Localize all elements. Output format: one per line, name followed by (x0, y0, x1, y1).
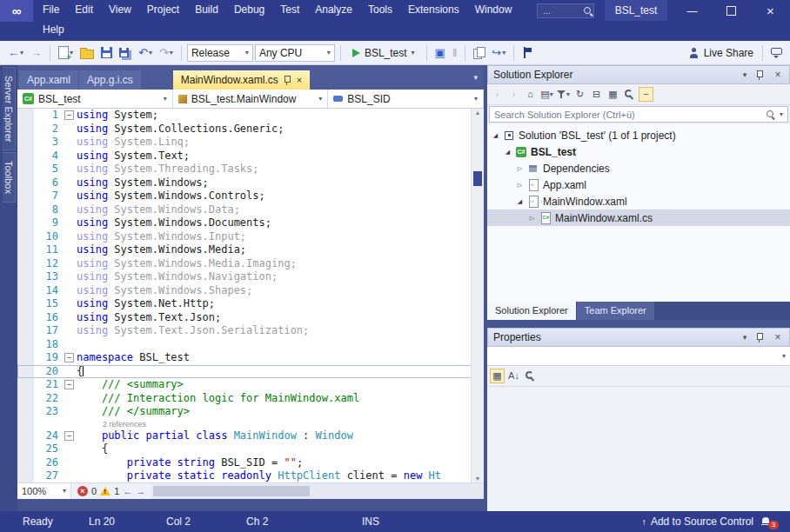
document-list-icon[interactable] (467, 73, 484, 82)
fold-margin[interactable] (63, 311, 75, 325)
expander-expanded-icon[interactable] (503, 149, 512, 156)
tab-mainwindow.xaml.cs[interactable]: MainWindow.xaml.cs (173, 70, 310, 90)
pending-changes-filter-button[interactable] (556, 87, 571, 102)
undo-button[interactable]: ↶ (136, 43, 155, 63)
fold-margin[interactable] (63, 163, 75, 176)
previous-item-icon[interactable] (123, 486, 132, 496)
breakpoint-margin[interactable] (17, 150, 33, 163)
fold-margin[interactable] (63, 136, 75, 150)
horizontal-scrollbar[interactable] (151, 483, 484, 499)
breakpoint-margin[interactable] (17, 123, 33, 136)
fold-margin[interactable] (63, 338, 75, 352)
open-file-button[interactable] (77, 43, 97, 63)
fold-collapse-icon[interactable] (64, 353, 74, 362)
tree-item[interactable]: MainWindow.xaml.cs (487, 209, 790, 226)
pin-icon[interactable] (283, 75, 291, 86)
fold-margin[interactable] (63, 442, 75, 456)
switch-views-button[interactable]: ▤ (539, 87, 554, 102)
nav-forward-button[interactable]: → (28, 43, 44, 63)
panel-splitter[interactable] (487, 320, 790, 328)
breakpoint-margin[interactable] (17, 109, 33, 123)
attach-to-process-button[interactable]: ▣ (432, 43, 448, 63)
fold-margin[interactable] (63, 109, 75, 123)
save-all-button[interactable] (117, 43, 134, 63)
menu-analyze[interactable]: Analyze (307, 0, 360, 20)
breakpoint-margin[interactable] (17, 392, 33, 406)
show-all-files-button[interactable]: ▦ (606, 87, 620, 102)
menu-test[interactable]: Test (272, 0, 307, 20)
side-tab-toolbox[interactable]: Toolbox (3, 152, 16, 203)
maximize-button[interactable] (712, 0, 751, 22)
breakpoint-margin[interactable] (17, 429, 33, 443)
menu-help[interactable]: Help (35, 20, 72, 40)
expander-expanded-icon[interactable] (491, 132, 500, 139)
expander-expanded-icon[interactable] (515, 198, 525, 205)
fold-margin[interactable] (63, 230, 75, 244)
fold-margin[interactable] (63, 176, 75, 190)
property-pages-button[interactable] (523, 369, 538, 383)
window-position-icon[interactable] (739, 333, 751, 342)
fold-margin[interactable] (63, 429, 75, 443)
status-insert-mode[interactable]: INS (362, 511, 379, 532)
window-position-icon[interactable] (739, 70, 751, 79)
expander-collapsed-icon[interactable] (527, 215, 537, 222)
breakpoint-margin[interactable] (17, 456, 33, 470)
breakpoint-margin[interactable] (17, 324, 33, 338)
fold-margin[interactable] (63, 270, 75, 284)
fold-margin[interactable] (63, 469, 75, 482)
categorized-button[interactable]: ▦ (490, 369, 505, 383)
breakpoint-margin[interactable] (17, 203, 33, 217)
notifications-button[interactable]: 3 (761, 511, 781, 532)
status-character[interactable]: Ch 2 (246, 511, 268, 532)
menu-file[interactable]: File (35, 0, 67, 20)
next-item-icon[interactable] (136, 486, 145, 496)
fold-margin[interactable] (63, 365, 75, 379)
object-dropdown[interactable] (487, 347, 790, 366)
fold-margin[interactable] (63, 405, 75, 419)
solution-search-input[interactable]: Search Solution Explorer (Ctrl+ü) (489, 106, 788, 123)
close-icon[interactable] (772, 331, 784, 343)
breakpoint-margin[interactable] (17, 378, 33, 392)
menu-debug[interactable]: Debug (226, 0, 272, 20)
tab-app.g.i.cs[interactable]: App.g.i.cs (79, 70, 141, 90)
breakpoint-margin[interactable] (17, 230, 33, 244)
new-file-button[interactable] (56, 43, 76, 63)
tab-solution-explorer[interactable]: Solution Explorer (487, 302, 576, 320)
redo-button[interactable]: ↷ (157, 43, 176, 63)
solution-configuration-dropdown[interactable]: Release (187, 44, 253, 62)
navbar-member-dropdown[interactable]: BSL_SID (328, 90, 484, 108)
menu-build[interactable]: Build (187, 0, 226, 20)
fold-collapse-icon[interactable] (64, 431, 74, 441)
tab-app.xaml[interactable]: App.xaml (19, 70, 78, 90)
properties-button[interactable] (622, 87, 637, 102)
breakpoint-margin[interactable] (17, 405, 33, 419)
zoom-dropdown[interactable]: 100% (17, 483, 71, 499)
live-share-button[interactable]: Live Share (686, 47, 757, 59)
solution-platform-dropdown[interactable]: Any CPU (255, 44, 335, 62)
menu-view[interactable]: View (101, 0, 139, 20)
navigate-button[interactable]: ↪ (489, 43, 508, 63)
minimize-button[interactable] (673, 0, 712, 22)
error-list-summary[interactable]: 0 1 (71, 486, 151, 496)
breakpoint-margin[interactable] (17, 163, 33, 176)
tree-item[interactable]: MainWindow.xaml (487, 193, 790, 209)
send-feedback-button[interactable] (768, 43, 785, 63)
back-button[interactable]: ‹ (490, 87, 505, 102)
breakpoint-margin[interactable] (17, 297, 33, 311)
preview-selected-items-button[interactable]: − (639, 87, 653, 102)
start-debugging-button[interactable]: BSL_test (346, 47, 421, 59)
nav-back-button[interactable]: ← (5, 43, 26, 63)
menu-window[interactable]: Window (467, 0, 520, 20)
fold-margin[interactable] (63, 150, 75, 163)
fold-margin[interactable] (63, 123, 75, 136)
forward-button[interactable]: › (506, 87, 521, 102)
tree-item[interactable]: Dependencies (487, 160, 790, 176)
pause-button[interactable]: ‖ (450, 43, 459, 63)
breakpoint-margin[interactable] (17, 136, 33, 150)
breakpoint-margin[interactable] (17, 338, 33, 352)
menu-project[interactable]: Project (139, 0, 187, 20)
quick-launch-search-box[interactable]: ... (537, 3, 594, 18)
expander-collapsed-icon[interactable] (515, 182, 525, 189)
pin-icon[interactable] (755, 332, 767, 343)
codelens-references[interactable]: 2 references (75, 419, 472, 429)
